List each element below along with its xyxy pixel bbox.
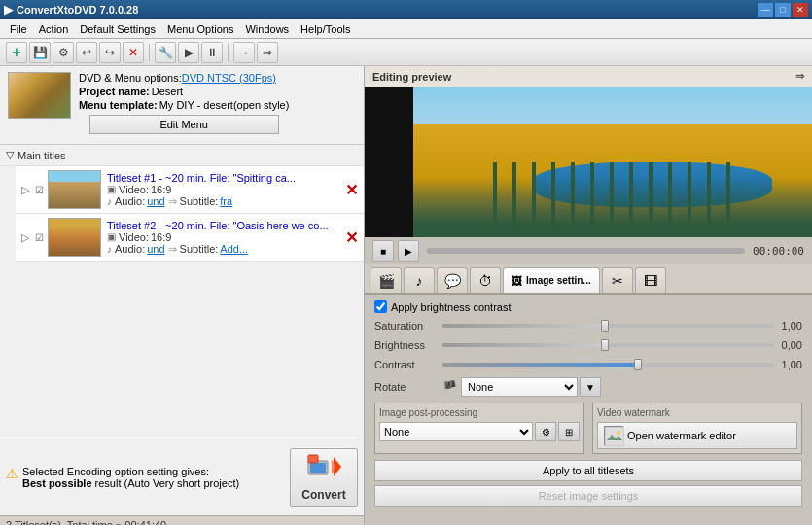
saturation-thumb[interactable] <box>601 320 609 332</box>
remove-button-2[interactable]: ✕ <box>345 228 358 247</box>
menu-file[interactable]: File <box>4 21 33 37</box>
brightness-checkbox-label: Apply brightness contrast <box>391 301 512 313</box>
title-name-2[interactable]: Titleset #2 - ~20 min. File: "Oasis here… <box>107 220 341 231</box>
tab-bar: 🎬 ♪ 💬 ⏱ 🖼 Image settin... ✂ 🎞 <box>365 264 812 295</box>
redo-button[interactable]: ↪ <box>99 42 121 63</box>
saturation-value: 1,00 <box>773 320 802 332</box>
brightness-slider-container[interactable] <box>442 338 773 352</box>
progress-bar[interactable] <box>427 248 745 254</box>
tab-cut[interactable]: ✂ <box>602 267 633 293</box>
rotate-select[interactable]: None <box>461 377 578 397</box>
pause-button[interactable]: ⏸ <box>201 42 223 63</box>
saturation-slider-container[interactable] <box>442 319 773 332</box>
audio-tab-icon: ♪ <box>416 273 423 289</box>
edit-menu-button[interactable]: Edit Menu <box>89 115 279 134</box>
play-button[interactable]: ▶ <box>398 240 419 262</box>
check-icon-1[interactable]: ☑ <box>35 185 44 195</box>
extra-button[interactable]: → <box>233 42 255 63</box>
audio-link-1[interactable]: und <box>147 195 164 207</box>
status-best: Best possible <box>22 477 92 489</box>
expand-icon-1[interactable]: ▷ <box>21 184 33 196</box>
audio-label-1: Audio: <box>115 195 145 207</box>
rotate-extra-btn[interactable]: ▼ <box>580 377 601 397</box>
right-panel: Editing preview ⇒ ■ ▶ 00:00:00 <box>365 66 812 525</box>
tab-audio[interactable]: ♪ <box>404 267 435 293</box>
title-name-1[interactable]: Titleset #1 - ~20 min. File: "Spitting c… <box>107 172 341 184</box>
settings-button[interactable]: ⚙ <box>53 42 74 63</box>
subtitle-label-1: Subtitle: <box>180 195 219 207</box>
expand-icon-2[interactable]: ▷ <box>21 231 33 244</box>
extra-button2[interactable]: ⇒ <box>257 42 278 63</box>
menu-windows[interactable]: Windows <box>239 21 295 37</box>
playback-controls: ■ ▶ 00:00:00 <box>365 237 812 264</box>
undo-button[interactable]: ↩ <box>76 42 97 63</box>
audio-link-2[interactable]: und <box>147 243 164 255</box>
stop-button[interactable]: ■ <box>372 240 394 262</box>
preview-arrow[interactable]: ⇒ <box>795 70 804 83</box>
toolbar-separator <box>149 44 150 61</box>
warning-icon: ⚠ <box>6 466 18 481</box>
post-processing-box: Image post-processing None ⚙ ⊞ <box>374 402 584 454</box>
brightness-row: Brightness 0,00 <box>374 338 802 352</box>
add-button[interactable]: + <box>6 42 27 63</box>
save-button[interactable]: 💾 <box>29 42 51 63</box>
tab-chapters[interactable]: ⏱ <box>470 267 501 293</box>
menu-help[interactable]: Help/Tools <box>295 21 356 37</box>
watermark-icon <box>604 426 623 445</box>
extra-tab-icon: 🎞 <box>644 273 657 289</box>
video-label-2: Video: <box>119 231 149 243</box>
title-item: ▷ ☑ Titleset #1 - ~20 min. File: "Spitti… <box>16 166 364 214</box>
app-title: ConvertXtoDVD 7.0.0.28 <box>17 4 758 16</box>
play-preview-button[interactable]: ▶ <box>178 42 199 63</box>
action-buttons: Apply to all titlesets Reset image setti… <box>374 460 802 507</box>
convert-button[interactable]: Convert <box>290 448 358 507</box>
brightness-thumb[interactable] <box>601 339 609 351</box>
remove-button-1[interactable]: ✕ <box>345 181 358 199</box>
delete-button[interactable]: ✕ <box>123 42 144 63</box>
tab-extra[interactable]: 🎞 <box>635 267 666 293</box>
apply-button[interactable]: Apply to all titlesets <box>374 460 802 481</box>
menu-menu-options[interactable]: Menu Options <box>161 21 239 37</box>
dvd-format-link[interactable]: DVD NTSC (30Fps) <box>182 72 276 84</box>
subtitle-link-2[interactable]: Add... <box>220 243 248 255</box>
brightness-checkbox[interactable] <box>374 300 387 313</box>
close-button[interactable]: ✕ <box>793 3 808 17</box>
template-name: My DIY - desert(open style) <box>159 99 290 111</box>
collapse-icon[interactable]: ▽ <box>6 149 14 161</box>
maximize-button[interactable]: □ <box>775 3 791 17</box>
chapters-tab-icon: ⏱ <box>478 273 492 289</box>
contrast-slider-container[interactable] <box>442 358 773 371</box>
check-icon-2[interactable]: ☑ <box>35 232 44 243</box>
toolbar: + 💾 ⚙ ↩ ↪ ✕ 🔧 ▶ ⏸ → ⇒ <box>0 39 812 66</box>
tab-video[interactable]: 🎬 <box>371 267 402 293</box>
post-select-row: None ⚙ ⊞ <box>379 422 580 441</box>
convert-icon <box>306 453 341 486</box>
watermark-button[interactable]: Open watermark editor <box>597 422 797 449</box>
arrow-icon-2: ⇒ <box>168 243 177 256</box>
post-processing-select[interactable]: None <box>379 422 533 441</box>
tab-subtitle[interactable]: 💬 <box>437 267 468 293</box>
post-extra-btn2[interactable]: ⊞ <box>558 422 580 441</box>
preview-header: Editing preview ⇒ <box>365 66 812 87</box>
dvd-thumbnail <box>8 72 71 119</box>
time-display: 00:00:00 <box>753 245 804 258</box>
footer-text: 2 Titleset(s), Total time ~ 00:41:40 <box>6 519 166 526</box>
reset-button[interactable]: Reset image settings <box>374 485 802 507</box>
menu-default-settings[interactable]: Default Settings <box>74 21 161 37</box>
cut-tab-icon: ✂ <box>612 273 623 289</box>
tab-image-settings[interactable]: 🖼 Image settin... <box>503 267 600 293</box>
post-extra-btn[interactable]: ⚙ <box>535 422 556 441</box>
title-bar: ▶ ConvertXtoDVD 7.0.0.28 — □ ✕ <box>0 0 812 19</box>
tools-button[interactable]: 🔧 <box>155 42 176 63</box>
brightness-track <box>442 343 773 347</box>
minimize-button[interactable]: — <box>758 3 773 17</box>
bottom-status: ⚠ Selected Encoding option setting gives… <box>0 438 364 515</box>
menu-action[interactable]: Action <box>33 21 75 37</box>
contrast-thumb[interactable] <box>634 359 642 370</box>
subtitle-link-1[interactable]: fra <box>220 195 232 207</box>
toolbar-separator2 <box>228 44 229 61</box>
video-ground <box>413 177 812 237</box>
play-icon: ▶ <box>405 246 412 257</box>
brightness-fill <box>442 343 608 347</box>
saturation-fill <box>442 324 608 328</box>
